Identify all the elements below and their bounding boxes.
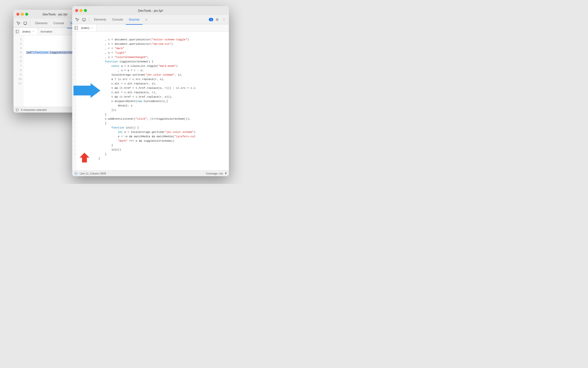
- minimize-button-2[interactable]: [80, 9, 82, 12]
- blue-arrow: [73, 83, 100, 99]
- tab-elements-1[interactable]: Elements: [32, 20, 50, 26]
- tab-elements-2[interactable]: Elements: [91, 16, 109, 23]
- line-num: 7: [15, 64, 22, 68]
- code-area-2: − − − − − − − − − − − − − − − − − − − − …: [72, 32, 229, 170]
- device-icon[interactable]: [22, 20, 28, 26]
- file-tab-label-index-2: (index): [81, 26, 89, 29]
- line-num: 2: [15, 42, 22, 46]
- close-button-1[interactable]: [16, 13, 19, 16]
- line-num: 6: [15, 59, 22, 64]
- toolbar-separator-2: [89, 17, 89, 22]
- svg-rect-9: [75, 26, 78, 29]
- settings-icon[interactable]: ⚙: [214, 17, 220, 23]
- line-num: 11: [15, 81, 22, 86]
- format-button-1[interactable]: {}: [15, 108, 19, 112]
- status-text-2: Line 11, Column 3939: [80, 172, 106, 175]
- tab-sources-2[interactable]: Sources: [126, 16, 142, 23]
- tab-more-2[interactable]: »: [142, 16, 150, 23]
- toolbar-2: Elements Console Sources » 1 ⚙ ⋮: [72, 15, 229, 24]
- svg-marker-5: [73, 83, 100, 98]
- line-num: 10: [15, 77, 22, 81]
- breakpoint-column: − − − − − − − − − − − − − − − − − − − − …: [72, 32, 77, 170]
- window-title-1: DevTools - jec.fyi/: [43, 12, 68, 16]
- titlebar-2: DevTools - jec.fyi/: [72, 6, 229, 15]
- line-numbers-1: 1 2 3 4 5 6 7 8 9 10 11: [13, 35, 23, 107]
- line-num: 4: [15, 50, 22, 55]
- inspect-icon-2[interactable]: [74, 17, 80, 23]
- line-num: 3: [15, 46, 22, 50]
- line-num: 9: [15, 72, 22, 77]
- svg-rect-6: [82, 18, 85, 21]
- maximize-button-1[interactable]: [25, 13, 28, 16]
- window-title-2: DevTools - jec.fyi/: [138, 9, 163, 12]
- tab-console-2[interactable]: Console: [109, 16, 126, 23]
- toolbar-separator: [30, 21, 30, 26]
- status-bar-2: {} Line 11, Column 3939 Coverage: n/a ⬍: [72, 170, 229, 176]
- file-tab-index-2[interactable]: (index) ×: [79, 24, 96, 31]
- file-tab-index-1[interactable]: (index) ×: [20, 28, 38, 35]
- file-tabs-2: (index) ×: [72, 24, 229, 32]
- file-tab-label-formatted: :formatted: [40, 30, 52, 33]
- file-tab-close-index-2[interactable]: ×: [90, 26, 94, 30]
- line-num: 1: [15, 37, 22, 42]
- device-icon-2[interactable]: [81, 17, 87, 23]
- line-num: 5: [15, 55, 22, 59]
- tab-bar-2: Elements Console Sources »: [91, 16, 208, 23]
- notification-badge: 1: [209, 18, 213, 21]
- more-icon[interactable]: ⋮: [221, 17, 227, 23]
- coverage-label-2: Coverage: n/a: [206, 172, 223, 175]
- svg-rect-3: [16, 30, 19, 33]
- file-tab-label-index: (index): [22, 30, 31, 33]
- file-tab-close-index[interactable]: ×: [32, 30, 35, 33]
- panel-toggle-2[interactable]: [74, 25, 79, 30]
- panel-toggle-1[interactable]: [15, 29, 20, 34]
- status-bar-right-2: Coverage: n/a ⬍: [206, 172, 227, 175]
- maximize-button-2[interactable]: [84, 9, 87, 12]
- line-num: 8: [15, 68, 22, 72]
- svg-marker-11: [80, 153, 89, 162]
- minimize-button-1[interactable]: [21, 13, 24, 16]
- file-tab-formatted-1[interactable]: :formatted: [38, 28, 55, 35]
- traffic-lights-2: [75, 9, 87, 12]
- close-button-2[interactable]: [75, 9, 78, 12]
- status-text-1: 9 characters selected: [21, 108, 47, 111]
- svg-rect-0: [24, 22, 27, 24]
- traffic-lights-1: [16, 13, 28, 16]
- scroll-icon-2: ⬍: [225, 172, 227, 175]
- format-button-2[interactable]: {}: [74, 172, 78, 175]
- code-content-2[interactable]: , c = document.querySelector("#color-sch…: [77, 32, 229, 170]
- toolbar-right-2: 1 ⚙ ⋮: [209, 17, 227, 23]
- red-arrow: [80, 153, 89, 163]
- inspect-icon[interactable]: [15, 20, 21, 26]
- tab-console-1[interactable]: Console: [50, 20, 67, 26]
